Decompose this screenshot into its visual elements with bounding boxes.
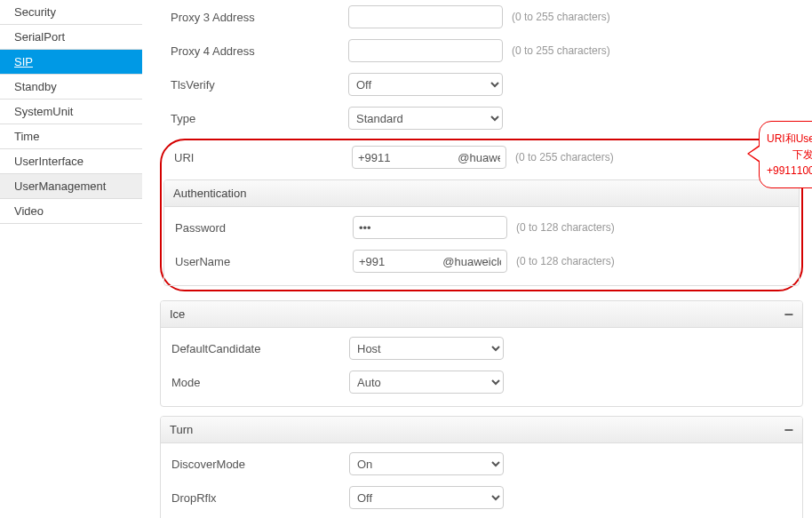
section-ice: Ice − DefaultCandidate Host Mode Auto (160, 300, 803, 407)
collapse-icon[interactable]: − (784, 309, 793, 320)
section-header-authentication[interactable]: Authentication (164, 180, 799, 207)
sidebar-item-label: Time (14, 130, 39, 143)
select-ice-mode[interactable]: Auto (349, 371, 504, 394)
section-header-turn[interactable]: Turn − (161, 417, 802, 443)
row-tlsverify: TlsVerify Off (160, 68, 803, 101)
label-ice-defaultcandidate: DefaultCandidate (171, 342, 349, 355)
section-title: Ice (170, 307, 185, 321)
sidebar-item-label: UserInterface (14, 155, 84, 168)
sidebar-item-label: SIP (14, 55, 33, 68)
label-proxy4: Proxy 4 Address (171, 44, 348, 58)
select-type[interactable]: Standard (348, 107, 503, 130)
sidebar-item-label: Video (14, 204, 44, 218)
hint-uri: (0 to 255 characters) (515, 151, 614, 163)
sidebar-item-label: SystemUnit (14, 105, 73, 118)
row-type: Type Standard (160, 101, 803, 135)
sidebar: Security SerialPort SIP Standby SystemUn… (0, 0, 142, 518)
label-turn-discovermode: DiscoverMode (171, 458, 349, 471)
section-turn: Turn − DiscoverMode On DropRflx Off Pass… (160, 416, 803, 518)
sidebar-item-label: UserManagement (14, 179, 106, 193)
section-title: Authentication (173, 187, 246, 200)
select-tlsverify[interactable]: Off (348, 73, 503, 96)
sidebar-item-label: Security (14, 5, 56, 19)
row-turn-discovermode: DiscoverMode On (161, 447, 802, 481)
row-proxy3: Proxy 3 Address (0 to 255 characters) (160, 0, 803, 34)
sidebar-item-systemunit[interactable]: SystemUnit (0, 100, 142, 124)
callout-annotation: URI和UserName填写邮件短信下发SIP号码，格式 +9911100111… (759, 121, 812, 188)
section-header-ice[interactable]: Ice − (161, 301, 802, 328)
sidebar-item-video[interactable]: Video (0, 199, 142, 224)
highlight-annotation: URI (0 to 255 characters) Authentication… (160, 139, 803, 291)
sidebar-item-serialport[interactable]: SerialPort (0, 25, 142, 50)
sidebar-item-usermanagement[interactable]: UserManagement (0, 174, 142, 199)
input-auth-username[interactable] (353, 250, 507, 273)
row-turn-password: Password (0 to 128 characters) (161, 514, 802, 518)
row-ice-defaultcandidate: DefaultCandidate Host (161, 331, 802, 365)
section-authentication: Authentication Password (0 to 128 charac… (163, 179, 800, 286)
label-turn-droprflx: DropRflx (171, 491, 349, 505)
label-tlsverify: TlsVerify (171, 78, 348, 92)
row-auth-password: Password (0 to 128 characters) (164, 211, 799, 244)
input-proxy3[interactable] (348, 5, 503, 28)
sidebar-item-security[interactable]: Security (0, 0, 142, 25)
label-auth-password: Password (175, 221, 353, 235)
main-content: Proxy 3 Address (0 to 255 characters) Pr… (142, 0, 812, 518)
select-turn-discovermode[interactable]: On (349, 452, 504, 475)
sidebar-item-sip[interactable]: SIP (0, 50, 142, 75)
label-uri: URI (174, 151, 352, 164)
select-ice-defaultcandidate[interactable]: Host (349, 337, 504, 360)
row-uri: URI (0 to 255 characters) (163, 140, 800, 174)
sidebar-item-label: SerialPort (14, 30, 65, 44)
row-auth-username: UserName (0 to 128 characters) (164, 244, 799, 278)
label-ice-mode: Mode (171, 376, 349, 389)
sidebar-item-time[interactable]: Time (0, 124, 142, 149)
section-title: Turn (170, 423, 193, 436)
row-ice-mode: Mode Auto (161, 365, 802, 399)
label-type: Type (171, 112, 348, 125)
collapse-icon[interactable]: − (784, 425, 793, 435)
callout-text-1: URI和UserName填写邮件短信下发SIP号码，格式 (767, 131, 812, 163)
input-uri[interactable] (352, 146, 506, 169)
sidebar-item-label: Standby (14, 80, 57, 93)
sidebar-item-userinterface[interactable]: UserInterface (0, 149, 142, 174)
sidebar-item-standby[interactable]: Standby (0, 75, 142, 100)
input-auth-password[interactable] (353, 216, 507, 239)
select-turn-droprflx[interactable]: Off (349, 486, 504, 509)
hint-auth-username: (0 to 128 characters) (516, 255, 615, 267)
label-proxy3: Proxy 3 Address (171, 11, 348, 24)
row-turn-droprflx: DropRflx Off (161, 481, 802, 514)
hint-auth-password: (0 to 128 characters) (516, 221, 615, 234)
callout-text-2: +99111001111441111@huaweicloud.com (767, 163, 812, 179)
callout-arrow-icon (747, 145, 760, 163)
hint-proxy4: (0 to 255 characters) (512, 44, 610, 57)
row-proxy4: Proxy 4 Address (0 to 255 characters) (160, 34, 803, 68)
input-proxy4[interactable] (348, 39, 503, 62)
label-auth-username: UserName (175, 255, 353, 268)
hint-proxy3: (0 to 255 characters) (512, 11, 610, 23)
